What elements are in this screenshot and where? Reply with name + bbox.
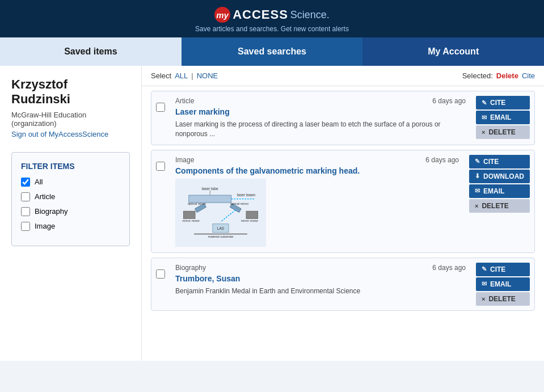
item-actions-1: ✎ CITE ✉ EMAIL × DELETE xyxy=(471,91,534,144)
filter-article-label: Article xyxy=(35,192,55,201)
header-subtitle: Save articles and searches. Get new cont… xyxy=(0,25,544,33)
filter-all[interactable]: All xyxy=(21,178,120,187)
delete-label-1: DELETE xyxy=(488,128,515,136)
close-icon-3: × xyxy=(482,296,485,302)
item-desc-1: Laser marking is the process of directin… xyxy=(175,120,466,139)
item-checkbox-2[interactable] xyxy=(151,150,170,180)
filter-biography-label: Biography xyxy=(35,207,68,216)
table-row: Image 6 days ago Components of the galva… xyxy=(151,150,535,253)
item-checkbox-3[interactable] xyxy=(151,258,170,288)
email-icon: ✉ xyxy=(482,114,487,121)
delete-button-1[interactable]: × DELETE xyxy=(476,125,530,139)
svg-rect-8 xyxy=(246,211,258,218)
filter-image-checkbox[interactable] xyxy=(21,222,30,231)
email-button-2[interactable]: ✉ EMAIL xyxy=(469,184,530,198)
email-icon-2: ✉ xyxy=(475,187,480,195)
filter-title: FILTER ITEMS xyxy=(21,162,120,171)
table-row: Biography 6 days ago Trumbore, Susan Ben… xyxy=(151,258,535,311)
item-meta-2: Image 6 days ago xyxy=(175,156,459,164)
main-content: Krzysztof Rudzinski McGraw-Hill Educatio… xyxy=(0,66,544,361)
cite-button-1[interactable]: ✎ CITE xyxy=(476,96,530,109)
svg-text:mirror motor: mirror motor xyxy=(183,219,200,222)
item-body-3: Biography 6 days ago Trumbore, Susan Ben… xyxy=(170,258,471,302)
svg-text:laser beam: laser beam xyxy=(237,193,256,197)
checkbox-3[interactable] xyxy=(156,269,165,279)
filter-all-checkbox[interactable] xyxy=(21,178,30,187)
email-label-1: EMAIL xyxy=(490,113,511,121)
item-meta-3: Biography 6 days ago xyxy=(175,264,466,272)
filter-all-label: All xyxy=(35,178,43,186)
logo-science: Science. xyxy=(290,9,330,21)
filter-image[interactable]: Image xyxy=(21,222,120,231)
item-meta-1: Article 6 days ago xyxy=(175,97,466,105)
filter-biography[interactable]: Biography xyxy=(21,207,120,216)
content-toolbar: Select ALL | NONE Selected: Delete Cite xyxy=(142,66,544,86)
svg-text:optical mirror: optical mirror xyxy=(188,202,206,205)
item-body-1: Article 6 days ago Laser marking Laser m… xyxy=(170,91,471,145)
logo-access: ACCESS xyxy=(233,7,288,22)
svg-text:laser tube: laser tube xyxy=(202,186,218,190)
item-checkbox-1[interactable] xyxy=(151,91,170,121)
svg-text:material substrate: material substrate xyxy=(208,235,234,238)
user-name: Krzysztof Rudzinski xyxy=(11,77,130,107)
cite-label-3: CITE xyxy=(490,265,505,273)
checkbox-2[interactable] xyxy=(156,162,165,171)
delete-label-3: DELETE xyxy=(488,295,515,303)
svg-text:optical mirror: optical mirror xyxy=(230,202,249,205)
divider: | xyxy=(191,71,193,80)
item-type-3: Biography xyxy=(175,264,206,272)
tab-saved-searches[interactable]: Saved searches xyxy=(182,37,363,66)
selected-section: Selected: Delete Cite xyxy=(462,71,535,80)
checkbox-1[interactable] xyxy=(156,103,165,112)
download-button-2[interactable]: ⬇ DOWNLOAD xyxy=(469,170,530,183)
table-row: Article 6 days ago Laser marking Laser m… xyxy=(151,91,535,145)
filter-article[interactable]: Article xyxy=(21,192,120,201)
select-all-link[interactable]: ALL xyxy=(175,71,188,80)
logo: my ACCESS Science. xyxy=(214,7,330,23)
galvo-diagram: laser tube xyxy=(178,182,263,244)
cite-label-1: CITE xyxy=(490,99,505,107)
selected-label: Selected: xyxy=(462,71,493,80)
delete-button-3[interactable]: × DELETE xyxy=(476,292,530,306)
filter-box: FILTER ITEMS All Article Biography Image xyxy=(11,152,130,246)
email-label-3: EMAIL xyxy=(490,280,511,288)
user-org: McGraw-Hill Education (organization) xyxy=(11,111,130,128)
svg-text:LAS: LAS xyxy=(217,226,225,230)
logo-my: my xyxy=(214,7,230,23)
signout-link[interactable]: Sign out of MyAccessScience xyxy=(11,130,108,138)
email-button-3[interactable]: ✉ EMAIL xyxy=(476,277,530,291)
item-desc-3: Benjamin Franklin Medal in Earth and Env… xyxy=(175,286,466,296)
site-header: my ACCESS Science. Save articles and sea… xyxy=(0,0,544,37)
svg-rect-6 xyxy=(183,211,195,218)
item-date-3: 6 days ago xyxy=(432,264,466,272)
select-none-link[interactable]: NONE xyxy=(197,71,218,80)
pencil-icon-3: ✎ xyxy=(482,265,487,273)
cite-label-2: CITE xyxy=(483,158,499,166)
cite-button-3[interactable]: ✎ CITE xyxy=(476,263,530,276)
sidebar: Krzysztof Rudzinski McGraw-Hill Educatio… xyxy=(0,66,142,361)
item-type-2: Image xyxy=(175,156,194,164)
email-button-1[interactable]: ✉ EMAIL xyxy=(476,111,530,124)
selected-delete-link[interactable]: Delete xyxy=(496,71,518,80)
tab-bar: Saved items Saved searches My Account xyxy=(0,37,544,66)
item-title-3[interactable]: Trumbore, Susan xyxy=(175,274,466,283)
filter-image-label: Image xyxy=(35,222,55,230)
item-title-1[interactable]: Laser marking xyxy=(175,107,466,116)
selected-cite-link[interactable]: Cite xyxy=(522,71,535,80)
delete-button-2[interactable]: × DELETE xyxy=(469,199,530,213)
filter-biography-checkbox[interactable] xyxy=(21,207,30,216)
item-type-1: Article xyxy=(175,97,194,105)
item-title-2[interactable]: Components of the galvanometric marking … xyxy=(175,166,459,175)
tab-saved-items[interactable]: Saved items xyxy=(0,37,182,66)
delete-label-2: DELETE xyxy=(482,202,508,210)
item-body-2: Image 6 days ago Components of the galva… xyxy=(170,150,465,252)
cite-button-2[interactable]: ✎ CITE xyxy=(469,155,530,168)
item-actions-3: ✎ CITE ✉ EMAIL × DELETE xyxy=(471,258,534,310)
item-actions-2: ✎ CITE ⬇ DOWNLOAD ✉ EMAIL × DELETE xyxy=(465,150,534,217)
select-label: Select xyxy=(151,71,171,80)
pencil-icon: ✎ xyxy=(482,99,487,107)
content-area: Select ALL | NONE Selected: Delete Cite … xyxy=(142,66,544,361)
svg-text:mirror motor: mirror motor xyxy=(241,219,259,222)
tab-my-account[interactable]: My Account xyxy=(362,37,544,66)
filter-article-checkbox[interactable] xyxy=(21,192,30,201)
